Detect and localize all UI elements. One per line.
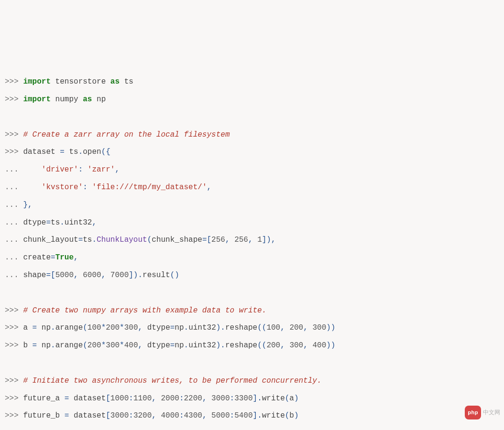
token-plain: dataset — [23, 148, 60, 156]
token-ident: , — [74, 253, 78, 262]
token-plain: uint32 — [65, 218, 92, 227]
token-ident: ( — [285, 411, 290, 420]
token-number: 2000 — [161, 394, 179, 403]
token-number: 200 — [289, 323, 303, 332]
token-ident: ). — [216, 341, 225, 350]
token-ident: , — [138, 323, 147, 332]
token-number: 400 — [312, 341, 326, 350]
token-prompt: >>> — [5, 341, 23, 350]
code-line: >>> future_b = dataset[3000:3200, 4000:4… — [5, 407, 499, 425]
token-ident: =[ — [46, 271, 55, 280]
token-prompt: >>> — [5, 376, 23, 385]
token-ident: (( — [257, 323, 266, 332]
token-prompt: >>> — [5, 306, 23, 315]
token-ident: =[ — [202, 236, 211, 244]
token-number: 2200 — [184, 394, 202, 403]
token-ident: * — [101, 341, 106, 350]
token-ident: )) — [326, 323, 335, 332]
token-prompt: ... — [5, 218, 23, 227]
token-ident: = — [46, 218, 51, 227]
code-line — [5, 284, 499, 302]
token-ident: ]. — [253, 394, 262, 403]
code-line: ... 'kvstore': 'file:///tmp/my_dataset/'… — [5, 179, 499, 196]
token-plain: a — [289, 394, 294, 403]
token-number: 5000 — [55, 271, 74, 280]
token-number: 4300 — [184, 411, 202, 420]
token-ident: , — [280, 341, 289, 350]
token-ident: , — [138, 341, 147, 350]
token-prompt: >>> — [5, 130, 23, 139]
token-prompt: >>> — [5, 394, 23, 403]
token-plain: future_b — [23, 411, 64, 420]
token-plain: np — [37, 341, 51, 350]
token-ident: = — [170, 341, 175, 350]
token-plain: dtype — [147, 323, 170, 332]
token-plain: write — [262, 394, 285, 403]
token-plain: arange — [55, 341, 83, 350]
token-prompt: ... — [5, 201, 23, 209]
token-plain: future_a — [23, 394, 64, 403]
token-ident: , — [115, 165, 120, 174]
token-plain: b — [23, 341, 32, 350]
token-plain: dataset — [69, 394, 106, 403]
code-line: >>> # Initiate two asynchronous writes, … — [5, 372, 499, 390]
token-ident: )) — [326, 341, 335, 350]
code-line: >>> # Create two numpy arrays with examp… — [5, 302, 499, 320]
code-line: >>> import numpy as np — [5, 91, 499, 108]
token-plain: ts — [65, 148, 78, 156]
token-plain: arange — [55, 323, 83, 332]
code-line: >>> a = np.arange(100*200*300, dtype=np.… — [5, 319, 499, 337]
token-number: 3200 — [133, 411, 152, 420]
token-ident: ( — [147, 236, 152, 244]
token-ident: () — [170, 271, 179, 280]
token-number: 300 — [106, 341, 120, 350]
token-number: 7000 — [110, 271, 129, 280]
token-plain: np — [175, 341, 184, 350]
code-line: ... shape=[5000, 6000, 7000]).result() — [5, 267, 499, 284]
token-ident: = — [51, 253, 55, 262]
token-plain: uint32 — [188, 341, 216, 350]
token-ident: , — [303, 323, 312, 332]
token-plain: write — [262, 411, 285, 420]
token-plain: result — [142, 271, 170, 280]
token-plain: create — [23, 253, 51, 262]
token-func: ChunkLayout — [97, 236, 147, 244]
token-ident: : — [230, 394, 235, 403]
token-ident: : — [78, 165, 88, 174]
token-prompt: ... — [5, 165, 23, 174]
token-ident: , — [202, 394, 211, 403]
token-ident: . — [92, 236, 97, 244]
token-ident: . — [51, 323, 55, 332]
token-plain: chunk_shape — [152, 236, 202, 244]
code-line: >>> future_a = dataset[1000:1100, 2000:2… — [5, 390, 499, 408]
token-ident: * — [101, 323, 106, 332]
token-ident: . — [78, 148, 83, 156]
token-string: 'kvstore' — [42, 183, 83, 192]
token-number: 400 — [124, 341, 138, 350]
token-prompt: ... — [5, 236, 23, 244]
token-number: 100 — [266, 323, 280, 332]
token-number: 3000 — [211, 394, 230, 403]
token-plain: b — [289, 411, 294, 420]
token-number: 1100 — [133, 394, 152, 403]
token-number: 5000 — [211, 411, 230, 420]
token-ident: , — [207, 183, 211, 192]
token-ident: = — [78, 236, 83, 244]
code-line: >>> # Create a zarr array on the local f… — [5, 126, 499, 144]
token-number: 200 — [88, 341, 101, 350]
token-ident: ( — [83, 323, 88, 332]
token-ident: . — [184, 341, 189, 350]
code-line: ... dtype=ts.uint32, — [5, 214, 499, 232]
token-plain: shape — [23, 271, 46, 280]
code-line — [5, 355, 499, 372]
token-ident: , — [248, 236, 257, 244]
token-ident: , — [280, 323, 289, 332]
token-number: 300 — [289, 341, 303, 350]
token-ident: . — [51, 341, 55, 350]
token-number: 4000 — [161, 411, 179, 420]
token-plain: ts — [83, 236, 92, 244]
token-plain: reshape — [225, 323, 257, 332]
token-plain: numpy — [51, 95, 83, 104]
token-prompt: >>> — [5, 411, 23, 420]
token-string: 'zarr' — [88, 165, 115, 174]
